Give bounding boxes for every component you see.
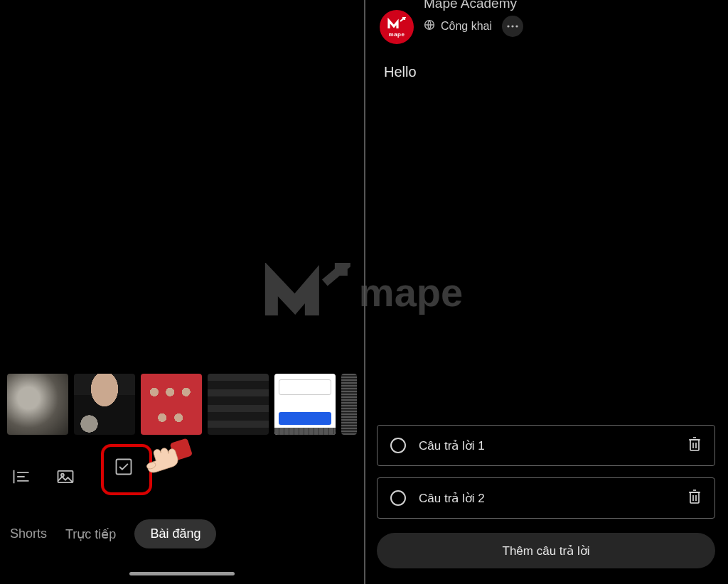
avatar-logo-text: mape xyxy=(389,31,405,38)
gallery-strip[interactable] xyxy=(0,372,364,437)
align-left-icon[interactable] xyxy=(11,467,31,487)
tab-shorts[interactable]: Shorts xyxy=(10,526,47,541)
pane-divider xyxy=(364,0,365,584)
gallery-thumb-form[interactable] xyxy=(274,374,336,435)
poll-option-1[interactable]: Câu trả lời 1 xyxy=(377,425,715,466)
gallery-thumb-overflow[interactable] xyxy=(341,374,357,435)
svg-rect-9 xyxy=(690,440,699,450)
home-indicator xyxy=(129,572,235,575)
more-button[interactable] xyxy=(502,16,523,37)
delete-icon[interactable] xyxy=(687,436,702,455)
poll-option-1-label: Câu trả lời 1 xyxy=(419,438,675,453)
svg-rect-2 xyxy=(117,460,132,475)
gallery-thumb-settings[interactable] xyxy=(208,374,269,435)
poll-check-icon[interactable] xyxy=(114,457,134,477)
svg-point-6 xyxy=(507,25,509,27)
gallery-thumb-person[interactable] xyxy=(74,374,135,435)
gallery-thumb-cat[interactable] xyxy=(7,374,68,435)
poll-area: Câu trả lời 1 Câu trả lời 2 Thêm câu trả… xyxy=(377,425,715,568)
tool-row xyxy=(0,437,364,504)
left-pane: Shorts Trực tiếp Bài đăng xyxy=(0,0,364,584)
poll-option-2-label: Câu trả lời 2 xyxy=(419,491,675,506)
delete-icon[interactable] xyxy=(687,489,702,508)
gallery-thumb-team[interactable] xyxy=(141,374,202,435)
tab-post[interactable]: Bài đăng xyxy=(134,519,216,548)
radio-icon[interactable] xyxy=(390,490,406,506)
radio-icon[interactable] xyxy=(390,438,406,453)
globe-icon xyxy=(424,19,435,33)
post-header: mape Mape Academy Công khai xyxy=(364,0,728,48)
privacy-label[interactable]: Công khai xyxy=(441,20,492,33)
svg-point-8 xyxy=(515,25,518,27)
profile-name[interactable]: Mape Academy xyxy=(424,0,523,11)
svg-point-1 xyxy=(61,474,64,477)
right-pane: mape Mape Academy Công khai Hello Câu tr… xyxy=(364,0,728,584)
image-icon[interactable] xyxy=(55,467,75,487)
tab-live[interactable]: Trực tiếp xyxy=(65,526,116,542)
post-body-text[interactable]: Hello xyxy=(364,48,728,96)
svg-point-7 xyxy=(511,25,513,27)
pointing-hand-icon xyxy=(138,433,198,482)
poll-option-2[interactable]: Câu trả lời 2 xyxy=(377,477,715,519)
svg-rect-10 xyxy=(690,492,699,503)
avatar[interactable]: mape xyxy=(380,10,414,44)
avatar-logo-icon xyxy=(387,17,406,33)
add-poll-option-button[interactable]: Thêm câu trả lời xyxy=(377,533,715,568)
